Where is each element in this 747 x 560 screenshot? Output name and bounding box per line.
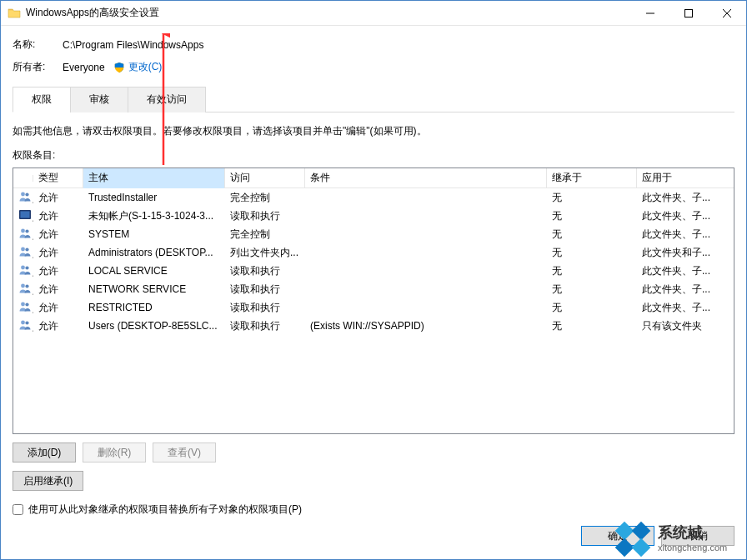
cell-condition [305, 287, 547, 292]
users-icon [18, 300, 32, 313]
cell-applies: 此文件夹、子... [637, 262, 734, 281]
tab-bar: 权限 审核 有效访问 [13, 86, 734, 112]
minimize-button[interactable] [631, 1, 669, 26]
cancel-button[interactable]: 取消 [661, 526, 734, 546]
col-icon[interactable] [13, 175, 33, 182]
cell-access: 完全控制 [225, 188, 305, 208]
object-path: C:\Program Files\WindowsApps [63, 39, 734, 51]
replace-label: 使用可从此对象继承的权限项目替换所有子对象的权限项目(P) [28, 502, 302, 517]
cell-condition [305, 213, 547, 218]
cell-condition: (Exists WIN://SYSAPPID) [305, 318, 547, 334]
col-condition[interactable]: 条件 [305, 168, 547, 188]
table-header: 类型 主体 访问 条件 继承于 应用于 [13, 168, 734, 188]
users-icon [18, 190, 32, 203]
replace-checkbox[interactable] [13, 504, 23, 515]
cell-applies: 只有该文件夹 [637, 317, 734, 336]
col-type[interactable]: 类型 [33, 168, 83, 188]
entry-buttons: 添加(D) 删除(R) 查看(V) [13, 442, 734, 462]
cell-applies: 此文件夹、子... [637, 225, 734, 244]
name-label: 名称: [13, 38, 63, 52]
cell-applies: 此文件夹、子... [637, 188, 734, 208]
svg-point-12 [25, 248, 28, 251]
cell-inherited: 无 [547, 207, 637, 226]
titlebar: WindowsApps的高级安全设置 [1, 1, 746, 26]
col-principal[interactable]: 主体 [83, 168, 225, 188]
cell-access: 完全控制 [225, 225, 305, 244]
replace-row: 使用可从此对象继承的权限项目替换所有子对象的权限项目(P) [13, 502, 734, 517]
table-row[interactable]: 允许LOCAL SERVICE读取和执行无此文件夹、子... [13, 262, 734, 280]
users-icon [18, 227, 32, 240]
cell-access: 读取和执行 [225, 317, 305, 336]
cell-access: 列出文件夹内... [225, 243, 305, 262]
svg-point-11 [21, 247, 25, 251]
users-icon [18, 245, 32, 258]
cell-condition [305, 232, 547, 237]
maximize-button[interactable] [669, 1, 708, 26]
cell-type: 允许 [33, 262, 83, 281]
cell-applies: 此文件夹、子... [637, 298, 734, 318]
svg-point-15 [21, 283, 25, 288]
cell-type: 允许 [33, 317, 83, 336]
content-area: 名称: C:\Program Files\WindowsApps 所有者: Ev… [1, 26, 746, 521]
cell-inherited: 无 [547, 298, 637, 318]
users-icon [18, 263, 32, 277]
cell-inherited: 无 [547, 243, 637, 262]
svg-point-16 [25, 284, 28, 288]
cell-condition [305, 305, 547, 310]
entries-label: 权限条目: [13, 148, 734, 162]
cell-inherited: 无 [547, 317, 637, 336]
cell-access: 读取和执行 [225, 207, 305, 226]
cell-principal: 未知帐户(S-1-15-3-1024-3... [83, 207, 225, 226]
cell-condition [305, 268, 547, 273]
enable-inheritance-button[interactable]: 启用继承(I) [13, 471, 83, 491]
table-body[interactable]: 允许TrustedInstaller完全控制无此文件夹、子...允许未知帐户(S… [13, 188, 734, 433]
cell-inherited: 无 [547, 188, 637, 208]
table-row[interactable]: 允许RESTRICTED读取和执行无此文件夹、子... [13, 298, 734, 317]
remove-button: 删除(R) [83, 442, 146, 462]
table-row[interactable]: 允许Users (DESKTOP-8E5SLC...读取和执行(Exists W… [13, 317, 734, 335]
svg-point-13 [21, 265, 25, 269]
svg-point-19 [21, 320, 25, 324]
col-access[interactable]: 访问 [225, 168, 305, 188]
ok-button[interactable]: 确定 [581, 526, 654, 546]
name-row: 名称: C:\Program Files\WindowsApps [13, 38, 734, 52]
table-row[interactable]: 允许SYSTEM完全控制无此文件夹、子... [13, 225, 734, 243]
info-text: 如需其他信息，请双击权限项目。若要修改权限项目，请选择该项目并单击"编辑"(如果… [13, 124, 734, 138]
permissions-table: 类型 主体 访问 条件 继承于 应用于 允许TrustedInstaller完全… [13, 168, 734, 434]
advanced-security-window: WindowsApps的高级安全设置 名称: C:\Program Files\… [0, 0, 747, 560]
cell-condition [305, 195, 547, 200]
cell-access: 读取和执行 [225, 298, 305, 318]
cell-principal: SYSTEM [83, 226, 225, 242]
col-applies[interactable]: 应用于 [637, 168, 734, 188]
col-inherited[interactable]: 继承于 [547, 168, 637, 188]
close-button[interactable] [708, 1, 746, 26]
cell-applies: 此文件夹和子... [637, 243, 734, 262]
window-title: WindowsApps的高级安全设置 [26, 6, 159, 20]
cell-type: 允许 [33, 225, 83, 244]
tab-permissions[interactable]: 权限 [13, 87, 71, 112]
svg-point-17 [21, 302, 25, 306]
table-row[interactable]: 允许Administrators (DESKTOP...列出文件夹内...无此文… [13, 243, 734, 262]
cell-condition [305, 250, 547, 255]
add-button[interactable]: 添加(D) [13, 442, 76, 462]
tab-audit[interactable]: 审核 [70, 87, 128, 112]
cell-applies: 此文件夹、子... [637, 280, 734, 299]
tab-effective-access[interactable]: 有效访问 [128, 87, 206, 112]
table-row[interactable]: 允许未知帐户(S-1-15-3-1024-3...读取和执行无此文件夹、子... [13, 207, 734, 225]
folder-icon [8, 7, 21, 20]
owner-label: 所有者: [13, 60, 63, 74]
cell-type: 允许 [33, 188, 83, 208]
table-row[interactable]: 允许NETWORK SERVICE读取和执行无此文件夹、子... [13, 280, 734, 298]
cell-principal: Users (DESKTOP-8E5SLC... [83, 318, 225, 334]
change-owner-link[interactable]: 更改(C) [128, 60, 163, 74]
cell-type: 允许 [33, 298, 83, 318]
cell-inherited: 无 [547, 225, 637, 244]
svg-rect-8 [21, 211, 30, 218]
svg-point-9 [21, 228, 25, 232]
svg-point-20 [25, 321, 28, 324]
dialog-footer: 确定 取消 [1, 521, 746, 559]
svg-point-10 [25, 229, 28, 232]
svg-point-5 [21, 192, 25, 196]
table-row[interactable]: 允许TrustedInstaller完全控制无此文件夹、子... [13, 188, 734, 207]
cell-principal: NETWORK SERVICE [83, 281, 225, 298]
